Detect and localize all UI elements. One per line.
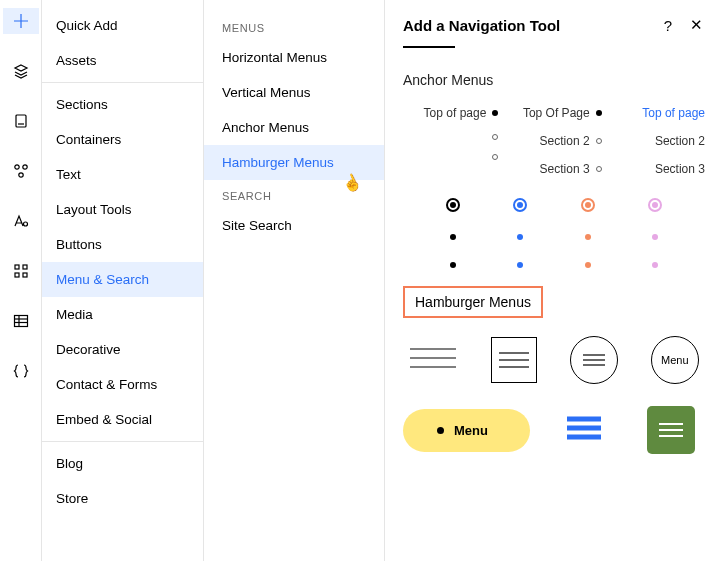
hamburger-circle-icon[interactable] [570,336,618,384]
color-dot-icon [517,262,523,268]
hamburger-pill-button[interactable]: Menu [403,409,530,452]
color-ring-icon [446,198,460,212]
bullet-ring-icon [492,154,498,160]
bullet-ring-icon [492,134,498,140]
subcategory-item[interactable]: Hamburger Menus☝ [204,145,384,180]
color-dot-icon [585,234,591,240]
svg-rect-7 [23,265,27,269]
hamburger-green-icon[interactable] [647,406,695,454]
anchor-label: Section 2 [540,134,590,148]
color-dot-icon [517,234,523,240]
svg-rect-0 [16,115,26,127]
hamburger-previews-row1: Menu [403,336,705,384]
category-item[interactable]: Contact & Forms [42,367,203,402]
color-dot-icon [450,262,456,268]
category-item[interactable]: Containers [42,122,203,157]
hamburger-plain-lines[interactable] [410,345,456,375]
anchor-label: Top of page [424,106,487,120]
hamburger-pill-label: Menu [454,423,488,438]
subcategory-item[interactable]: Vertical Menus [204,75,384,110]
anchor-section-head: Anchor Menus [403,72,705,88]
svg-rect-8 [15,273,19,277]
panel-title: Add a Navigation Tool [403,17,649,34]
color-ring-icon [513,198,527,212]
category-item[interactable]: Layout Tools [42,192,203,227]
svg-point-3 [22,165,26,169]
anchor-label: Section 2 [655,134,705,148]
svg-rect-9 [23,273,27,277]
svg-point-5 [23,222,27,226]
category-item[interactable]: Quick Add [42,8,203,43]
color-dot-icon [652,262,658,268]
bullet-solid-icon [596,110,602,116]
svg-point-2 [14,165,18,169]
category-item[interactable]: Sections [42,87,203,122]
layers-icon[interactable] [3,58,39,84]
anchor-preview[interactable]: Top Of PageSection 2Section 3 [506,106,601,176]
hamburger-section-head: Hamburger Menus [403,286,543,318]
svg-point-4 [18,173,22,177]
page-icon[interactable] [3,108,39,134]
color-preview[interactable] [581,198,595,268]
table-icon[interactable] [3,308,39,334]
category-item[interactable]: Media [42,297,203,332]
anchor-preview[interactable]: Top of pageSection 2Section 3 [610,106,705,176]
hamburger-boxed-icon[interactable] [491,337,537,383]
section-label: MENUS [204,12,384,40]
tab-underline [403,46,455,48]
anchor-label: Top of page [642,106,705,120]
bullet-solid-icon [492,110,498,116]
subcategory-item[interactable]: Site Search [204,208,384,243]
category-item[interactable]: Decorative [42,332,203,367]
help-icon[interactable]: ? [659,17,677,34]
dot-icon [437,427,444,434]
bullet-ring-icon [596,138,602,144]
apps-icon[interactable] [3,158,39,184]
categories-column: Quick AddAssetsSectionsContainersTextLay… [42,0,204,561]
hamburger-blue-icon[interactable] [567,416,601,444]
svg-rect-6 [15,265,19,269]
category-item[interactable]: Store [42,481,203,516]
subcategory-item[interactable]: Anchor Menus [204,110,384,145]
color-preview[interactable] [513,198,527,268]
icon-toolbar [0,0,42,561]
anchor-label: Top Of Page [523,106,590,120]
hamburger-circle-text-label: Menu [661,354,689,366]
subcategory-item[interactable]: Horizontal Menus [204,40,384,75]
category-item[interactable]: Menu & Search [42,262,203,297]
category-item[interactable]: Buttons [42,227,203,262]
anchor-label: Section 3 [540,162,590,176]
subcategories-column: MENUSHorizontal MenusVertical MenusAncho… [204,0,385,561]
plus-icon[interactable] [3,8,39,34]
close-icon[interactable]: ✕ [687,16,705,34]
color-dot-icon [585,262,591,268]
color-ring-icon [648,198,662,212]
category-item[interactable]: Embed & Social [42,402,203,437]
svg-rect-10 [14,316,27,327]
typography-icon[interactable] [3,208,39,234]
anchor-previews: Top of pageTop Of PageSection 2Section 3… [403,106,705,176]
color-preview[interactable] [446,198,460,268]
color-dot-icon [450,234,456,240]
grid-icon[interactable] [3,258,39,284]
color-preview[interactable] [648,198,662,268]
braces-icon[interactable] [3,358,39,384]
panel: Add a Navigation Tool ? ✕ Anchor Menus T… [385,0,723,561]
anchor-label: Section 3 [655,162,705,176]
bullet-ring-icon [596,166,602,172]
color-dot-grid [419,198,689,268]
category-item[interactable]: Text [42,157,203,192]
hamburger-circle-text[interactable]: Menu [651,336,699,384]
color-ring-icon [581,198,595,212]
category-item[interactable]: Blog [42,446,203,481]
category-item[interactable]: Assets [42,43,203,78]
hamburger-previews-row2: Menu [403,406,705,454]
color-dot-icon [652,234,658,240]
anchor-preview[interactable]: Top of page [403,106,498,176]
section-label: SEARCH [204,180,384,208]
